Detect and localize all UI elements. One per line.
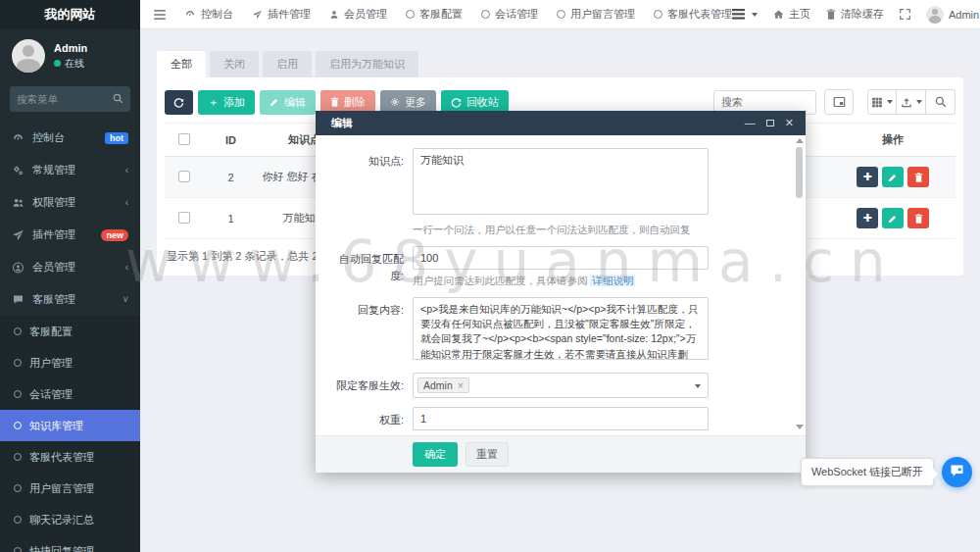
comments-icon [12,294,24,306]
nav-label: 会员管理 [344,7,387,22]
subitem-label: 客服配置 [29,325,73,339]
modal-footer: 确定 重置 [316,435,806,473]
sidebar-item-plugins[interactable]: 插件管理 new [0,219,140,251]
sidebar-item-dashboard[interactable]: 控制台 hot [0,122,140,154]
scroll-down-icon[interactable] [796,425,804,429]
paper-plane-icon [12,229,24,241]
tab-all[interactable]: 全部 [157,51,206,77]
delete-row-button[interactable] [907,167,929,187]
pencil-icon [270,97,279,107]
sidebar-toggle-button[interactable] [154,10,166,20]
nav-item-members[interactable]: 会员管理 [329,7,387,22]
column-header-id[interactable]: ID [204,124,258,157]
add-button[interactable]: ＋添加 [198,90,255,115]
edit-row-button[interactable] [882,208,904,228]
edit-row-button[interactable] [882,167,904,187]
scroll-up-icon[interactable] [796,138,804,143]
sidebar-submenu: 客服配置 用户管理 会话管理 知识库管理 客服代表管理 用户留言管理 聊天记录汇… [0,316,140,552]
fullscreen-button[interactable] [900,9,910,20]
sidebar-item-permissions[interactable]: 权限管理 ‹ [0,186,140,219]
sidebar: 我的网站 Admin 在线 控制台 hot 常规管理 ‹ [0,0,140,552]
dashboard-icon [12,132,24,144]
sidebar-item-members[interactable]: 会员管理 ‹ [0,251,140,283]
trash-icon [826,9,836,20]
list-icon [732,9,745,20]
nav-item-cs-reps[interactable]: 客服代表管理 [654,7,732,22]
detail-link[interactable]: 详细说明 [590,275,635,286]
sidebar-search-input[interactable] [17,93,113,105]
confirm-button[interactable]: 确定 [413,442,458,467]
limit-agents-select[interactable]: Admin× [413,373,709,398]
avatar [926,6,944,24]
chat-fab-button[interactable] [942,457,972,487]
brand-logo[interactable]: 我的网站 [0,0,140,29]
app-root: 我的网站 Admin 在线 控制台 hot 常规管理 ‹ [0,0,980,552]
nav-label: 客服代表管理 [667,7,732,22]
nav-item-plugins[interactable]: 插件管理 [252,7,311,22]
nav-user-name: Admin [949,9,979,21]
modal-body: 知识点: 一行一个问法，用户以任意一个问法达到匹配度，则自动回复 自动回复匹配度… [316,135,806,435]
modal-header[interactable]: 编辑 — ✕ [316,111,806,135]
modal-scrollbar[interactable] [795,138,804,429]
weight-input[interactable] [413,407,709,430]
nav-item-user-messages[interactable]: 用户留言管理 [557,7,635,22]
status-tabs: 全部 关闭 启用 启用为万能知识 [140,29,980,77]
card-view-button[interactable] [824,89,854,115]
paper-plane-icon [252,10,263,20]
expand-icon [900,9,910,20]
reset-button[interactable]: 重置 [466,442,509,467]
nav-menu-list-button[interactable] [732,9,758,20]
reply-content-textarea[interactable] [413,297,709,360]
minimize-icon[interactable]: — [745,118,756,128]
maximize-icon[interactable] [766,120,774,126]
search-icon[interactable] [113,90,123,108]
nav-item-dashboard[interactable]: 控制台 [184,7,233,22]
delete-row-button[interactable] [907,208,929,228]
nav-user-menu[interactable]: Admin [926,6,979,24]
gear-icon [390,97,400,107]
knowledge-help-text: 一行一个问法，用户以任意一个问法达到匹配度，则自动回复 [413,224,709,237]
sidebar-subitem-cs-reps[interactable]: 客服代表管理 [0,441,140,473]
close-icon[interactable]: ✕ [785,118,794,128]
circle-icon [481,10,490,19]
sidebar-item-general[interactable]: 常规管理 ‹ [0,154,140,186]
sidebar-subitem-user-mgmt[interactable]: 用户管理 [0,347,140,378]
row-checkbox[interactable] [178,212,190,224]
nav-item-cs-config[interactable]: 客服配置 [406,7,463,22]
sidebar-subitem-session-mgmt[interactable]: 会话管理 [0,378,140,410]
button-label: 删除 [344,95,366,110]
scrollbar-thumb[interactable] [796,147,803,198]
cell-id: 2 [204,157,258,198]
refresh-button[interactable] [165,90,193,115]
sidebar-subitem-cs-config[interactable]: 客服配置 [0,316,140,347]
tab-closed[interactable]: 关闭 [210,51,259,77]
sidebar-item-label: 控制台 [32,130,97,145]
sidebar-subitem-quick-replies[interactable]: 快捷回复管理 [0,535,140,552]
sidebar-subitem-knowledge-base[interactable]: 知识库管理 [0,410,140,441]
sidebar-item-customer-service[interactable]: 客服管理 ˅ [0,283,140,316]
circle-icon [14,547,22,552]
nav-label: 插件管理 [268,7,311,22]
online-dot-icon [54,60,61,67]
tab-enabled[interactable]: 启用 [263,51,312,77]
nav-home-button[interactable]: 主页 [773,7,810,22]
move-row-button[interactable]: ✚ [857,208,878,228]
nav-clear-cache-button[interactable]: 清除缓存 [826,7,884,22]
knowledge-textarea[interactable] [413,148,709,215]
nav-item-session-mgmt[interactable]: 会话管理 [481,7,538,22]
row-checkbox[interactable] [178,171,190,182]
move-row-button[interactable]: ✚ [857,167,878,187]
select-all-checkbox[interactable] [178,133,190,145]
export-button[interactable] [897,89,926,115]
hamburger-icon [154,10,166,20]
sidebar-item-label: 常规管理 [32,163,118,177]
sidebar-subitem-chat-records[interactable]: 聊天记录汇总 [0,504,140,535]
search-button[interactable] [926,89,956,115]
tab-universal[interactable]: 启用为万能知识 [316,51,418,77]
circle-icon [14,422,22,429]
sidebar-subitem-user-messages[interactable]: 用户留言管理 [0,473,140,504]
edit-button[interactable]: 编辑 [260,90,316,115]
match-degree-input[interactable] [413,246,709,270]
remove-tag-icon[interactable]: × [458,379,464,391]
columns-button[interactable] [867,89,897,115]
